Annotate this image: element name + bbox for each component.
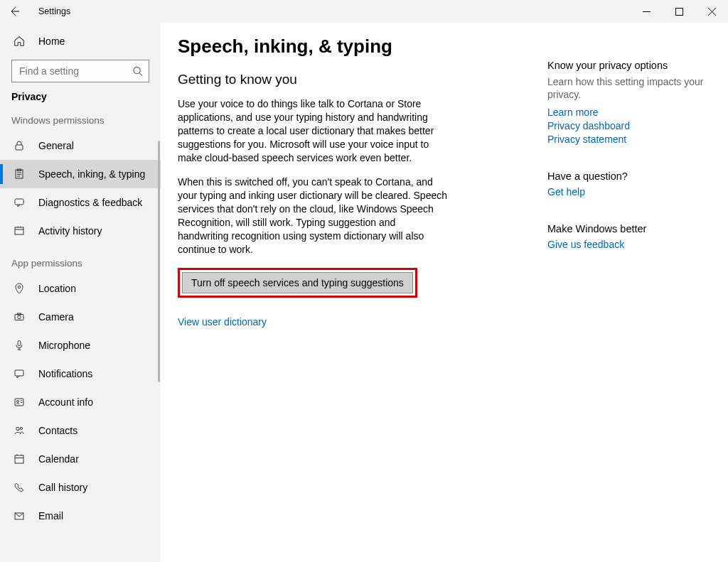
sidebar-item-label: Account info [38,396,93,408]
group-app-permissions: App permissions [0,258,161,269]
aside-feedback: Make Windows better Give us feedback [547,223,711,250]
phone-icon [11,482,27,493]
history-icon [11,225,27,237]
sidebar-home-label: Home [38,36,65,47]
aside-desc: Learn how this setting impacts your priv… [547,75,711,101]
sidebar-item-camera[interactable]: Camera [0,303,161,331]
sidebar-item-label: Speech, inking, & typing [38,168,145,180]
aside-column: Know your privacy options Learn how this… [547,36,711,562]
view-user-dictionary-link[interactable]: View user dictionary [178,316,519,328]
svg-point-7 [18,286,21,288]
description-para-2: When this is switched off, you can't spe… [178,175,448,256]
aside-title: Make Windows better [547,223,711,234]
sidebar-item-label: Activity history [38,225,102,237]
sidebar-item-label: Contacts [38,425,77,436]
sidebar-item-label: Email [38,510,63,522]
feedback-icon [11,197,27,208]
sidebar-item-calendar[interactable]: Calendar [0,445,161,473]
sidebar-item-microphone[interactable]: Microphone [0,331,161,360]
window-title: Settings [38,6,70,16]
sidebar-item-email[interactable]: Email [0,502,161,530]
aside-title: Know your privacy options [547,60,711,71]
sidebar-item-label: Location [38,283,76,294]
give-feedback-link[interactable]: Give us feedback [547,239,711,250]
svg-rect-13 [15,399,23,406]
sidebar-item-label: General [38,140,74,151]
svg-rect-11 [18,341,21,346]
svg-rect-12 [15,370,23,376]
account-icon [11,396,27,408]
highlighted-region: Turn off speech services and typing sugg… [178,268,417,298]
maximize-button[interactable] [663,0,695,23]
sidebar-section-privacy: Privacy [0,91,161,102]
sidebar-item-label: Calendar [38,453,79,465]
svg-rect-5 [15,199,23,205]
lock-icon [11,140,27,151]
sidebar-item-activity-history[interactable]: Activity history [0,217,161,245]
get-help-link[interactable]: Get help [547,186,711,198]
privacy-dashboard-link[interactable]: Privacy dashboard [547,120,711,131]
settings-window: Settings Home [0,0,728,562]
svg-rect-17 [15,455,23,463]
svg-point-16 [20,427,22,429]
sidebar-item-account-info[interactable]: Account info [0,388,161,416]
home-icon [11,35,27,48]
titlebar: Settings [0,0,728,23]
search-input[interactable] [18,65,127,77]
svg-point-1 [134,67,140,73]
description-para-1: Use your voice to do things like talk to… [178,97,448,164]
close-icon [708,8,716,16]
sidebar-item-speech-inking-typing[interactable]: Speech, inking, & typing [0,160,161,188]
search-box[interactable] [11,60,149,82]
svg-point-9 [18,315,21,319]
camera-icon [11,311,27,323]
aside-question: Have a question? Get help [547,171,711,198]
email-icon [11,510,27,522]
aside-privacy-options: Know your privacy options Learn how this… [547,60,711,145]
sidebar-item-general[interactable]: General [0,131,161,160]
sidebar-item-call-history[interactable]: Call history [0,473,161,502]
notifications-icon [11,368,27,379]
sidebar-item-label: Microphone [38,340,90,351]
back-arrow-icon [9,6,20,17]
learn-more-link[interactable]: Learn more [547,107,711,118]
back-button[interactable] [3,0,26,23]
sidebar-item-notifications[interactable]: Notifications [0,360,161,388]
sidebar-home[interactable]: Home [0,27,161,55]
close-button[interactable] [695,0,728,23]
turn-off-speech-button[interactable]: Turn off speech services and typing sugg… [182,272,413,293]
sidebar-item-label: Diagnostics & feedback [38,197,142,208]
minimize-button[interactable] [630,0,663,23]
sidebar-item-contacts[interactable]: Contacts [0,416,161,445]
clipboard-icon [11,168,27,180]
main-area: Speech, inking, & typing Getting to know… [161,23,728,562]
sidebar-item-label: Call history [38,482,87,493]
svg-point-14 [17,401,19,403]
content-column: Speech, inking, & typing Getting to know… [178,36,519,562]
contacts-icon [11,425,27,436]
page-title: Speech, inking, & typing [178,36,519,58]
sidebar-item-location[interactable]: Location [0,274,161,303]
svg-point-15 [16,427,19,430]
section-subhead: Getting to know you [178,72,519,87]
sidebar-item-diagnostics-feedback[interactable]: Diagnostics & feedback [0,188,161,217]
maximize-icon [675,8,683,16]
aside-title: Have a question? [547,171,711,182]
sidebar-scrollbar[interactable] [158,141,160,382]
svg-rect-2 [16,145,23,150]
svg-rect-0 [675,8,682,15]
sidebar-item-label: Notifications [38,368,92,379]
microphone-icon [11,340,27,351]
calendar-icon [11,453,27,465]
privacy-statement-link[interactable]: Privacy statement [547,134,711,145]
search-icon [132,66,143,77]
location-icon [11,283,27,294]
group-windows-permissions: Windows permissions [0,115,161,126]
sidebar-item-label: Camera [38,311,74,323]
minimize-icon [643,8,651,16]
sidebar: Home Privacy Windows permissions [0,23,161,562]
svg-rect-6 [15,227,23,234]
